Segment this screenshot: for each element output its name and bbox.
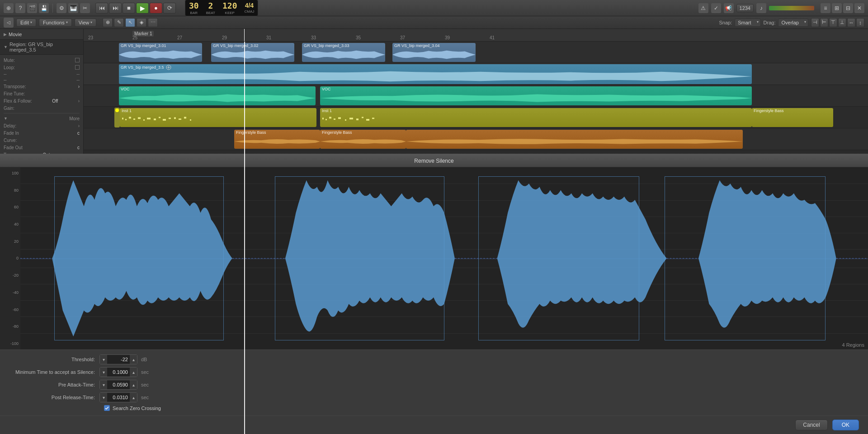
loop-checkbox[interactable] xyxy=(75,65,80,70)
stop-button[interactable]: ■ xyxy=(123,3,135,14)
waveform-display xyxy=(302,48,385,61)
threshold-value[interactable]: -22 xyxy=(107,355,130,364)
post-release-row: Post Release-Time: ▾ 0.0310 ▴ sec xyxy=(84,392,859,402)
flex-arrow[interactable]: › xyxy=(78,99,80,104)
edit-menu[interactable]: Edit ▾ xyxy=(16,19,36,27)
track-lane-43: VOC VOC xyxy=(84,85,868,107)
resize-down-tool[interactable]: ⊥ xyxy=(838,18,846,27)
search-zero-checkbox[interactable] xyxy=(104,405,110,411)
post-release-spinbox[interactable]: ▾ 0.0310 ▴ xyxy=(99,392,137,402)
volume-bar[interactable] xyxy=(769,6,814,10)
transpose-arrow[interactable]: › xyxy=(78,84,80,89)
settings-icon[interactable]: ⚙ xyxy=(57,3,66,13)
audio-region[interactable]: GR VS_bip merged_3.04 xyxy=(392,43,476,62)
close-icon[interactable]: ✕ xyxy=(854,3,864,13)
audio-region-merged[interactable]: GR VS_bip merged_3.5 xyxy=(119,64,752,84)
svg-rect-42 xyxy=(329,117,331,118)
window-list-icon[interactable]: ≡ xyxy=(821,3,830,13)
view-menu[interactable]: View ▾ xyxy=(75,19,97,27)
pre-attack-value[interactable]: 0.0590 xyxy=(107,380,130,389)
svg-rect-25 xyxy=(122,118,123,119)
drag-dropdown[interactable]: Overlap ▾ xyxy=(778,19,808,27)
audio-region[interactable]: GR VS_bip merged_3.03 xyxy=(302,43,385,62)
more-tool[interactable]: ⋯ xyxy=(148,18,158,27)
info-icon[interactable]: ⊕ xyxy=(4,3,14,13)
pre-attack-unit: sec xyxy=(141,382,149,387)
svg-rect-48 xyxy=(362,117,363,118)
prop-more[interactable]: ▼ More xyxy=(4,115,80,122)
wand-icon[interactable]: ✓ xyxy=(711,3,721,13)
stretch-h-tool[interactable]: ↔ xyxy=(847,18,855,27)
waveform-display xyxy=(120,113,316,126)
audio-region[interactable]: GR VS_bip merged_3.02 xyxy=(211,43,294,62)
ruler-pos-33: 33 xyxy=(311,35,316,40)
rewind-button[interactable]: ⏮ xyxy=(95,3,108,14)
post-release-down[interactable]: ▾ xyxy=(100,393,107,402)
inst-dot[interactable] xyxy=(114,108,120,127)
rs-waveform-svg xyxy=(84,167,868,349)
threshold-down[interactable]: ▾ xyxy=(100,355,107,364)
post-release-up[interactable]: ▴ xyxy=(130,393,137,402)
record-button[interactable]: ● xyxy=(150,3,162,14)
post-release-value[interactable]: 0.0310 xyxy=(107,393,130,402)
track-lane-45: Fingerstyle Bass Fingerstyle Bass xyxy=(84,128,868,150)
alert-icon[interactable]: ⚠ xyxy=(698,3,708,13)
ok-button[interactable]: OK xyxy=(832,420,859,430)
piano-icon[interactable]: 🎹 xyxy=(68,3,78,13)
stretch-v-tool[interactable]: ↕ xyxy=(856,18,864,27)
bass-region-long[interactable] xyxy=(406,130,743,149)
min-silence-spinbox[interactable]: ▾ 0.1000 ▴ xyxy=(99,367,137,377)
voc-region-1[interactable]: VOC xyxy=(119,86,316,105)
track-lane-42: GR VS_bip merged_3.5 xyxy=(84,63,868,85)
cancel-button[interactable]: Cancel xyxy=(795,420,827,430)
lcd-mode-button[interactable]: 1234 xyxy=(736,4,754,12)
speaker-icon[interactable]: 📢 xyxy=(724,3,734,13)
region-label: Fingerstyle Bass xyxy=(320,130,406,135)
inst-region-2[interactable]: Inst 1 xyxy=(320,108,752,127)
fullscreen-icon[interactable]: ⊞ xyxy=(832,3,842,13)
main-layout: ▶ Movie ▼ Region: GR VS_bip merged_3.5 M… xyxy=(0,29,868,434)
save-icon[interactable]: 💾 xyxy=(39,3,49,13)
fingerstyle-bass-1[interactable]: Fingerstyle Bass xyxy=(234,130,320,149)
movie-header: ▶ Movie xyxy=(0,29,83,40)
functions-menu[interactable]: Functions ▾ xyxy=(39,19,72,27)
region-tool[interactable]: ⊕ xyxy=(103,18,113,27)
select-tool[interactable]: ↖ xyxy=(125,18,135,27)
min-silence-up[interactable]: ▴ xyxy=(130,368,137,377)
film-icon[interactable]: 🎬 xyxy=(27,3,37,13)
audio-region[interactable]: GR VS_bip merged_3.01 xyxy=(119,43,202,62)
pre-attack-down[interactable]: ▾ xyxy=(100,380,107,389)
edit-tools: ⊕ ✎ ↖ ◈ ⋯ xyxy=(103,18,158,27)
region-label: Fingerstyle Bass xyxy=(752,108,833,113)
play-button[interactable]: ▶ xyxy=(136,3,149,14)
mute-checkbox[interactable] xyxy=(75,58,80,62)
delay-arrow[interactable]: › xyxy=(78,123,80,128)
remove-silence-panel: Remove Silence 100 80 60 40 20 0 -20 -40… xyxy=(84,154,868,434)
threshold-spinbox[interactable]: ▾ -22 ▴ xyxy=(99,354,137,364)
min-silence-down[interactable]: ▾ xyxy=(100,368,107,377)
min-silence-value[interactable]: 0.1000 xyxy=(107,368,130,377)
pencil-tool[interactable]: ✎ xyxy=(114,18,124,27)
min-silence-row: Minimum Time to accept as Silence: ▾ 0.1… xyxy=(84,367,859,377)
svg-rect-40 xyxy=(322,118,324,119)
fingerstyle-bass-2[interactable]: Fingerstyle Bass xyxy=(320,130,406,149)
scissors-icon[interactable]: ✂ xyxy=(80,3,90,13)
fingerstyle-inst[interactable]: Fingerstyle Bass xyxy=(752,108,833,127)
cycle-button[interactable]: ⟳ xyxy=(163,3,176,14)
fast-forward-button[interactable]: ⏭ xyxy=(109,3,122,14)
pre-attack-spinbox[interactable]: ▾ 0.0590 ▴ xyxy=(99,380,137,390)
back-icon[interactable]: ◁ xyxy=(4,18,14,28)
resize-left-tool[interactable]: ⊣ xyxy=(811,18,819,27)
region-label: VOC xyxy=(320,86,752,92)
resize-up-tool[interactable]: ⊤ xyxy=(829,18,837,27)
pre-attack-up[interactable]: ▴ xyxy=(130,380,137,389)
metronome-icon[interactable]: ♪ xyxy=(756,3,766,13)
threshold-up[interactable]: ▴ xyxy=(130,355,137,364)
snap-dropdown[interactable]: Smart ▾ xyxy=(735,19,760,27)
inst-region-1[interactable]: Inst 1 xyxy=(120,108,316,127)
resize-right-tool[interactable]: ⊢ xyxy=(820,18,828,27)
zoom-icon[interactable]: ⊟ xyxy=(843,3,853,13)
help-icon[interactable]: ? xyxy=(15,3,25,13)
smart-tool[interactable]: ◈ xyxy=(137,18,146,27)
voc-region-2[interactable]: VOC xyxy=(320,86,752,105)
